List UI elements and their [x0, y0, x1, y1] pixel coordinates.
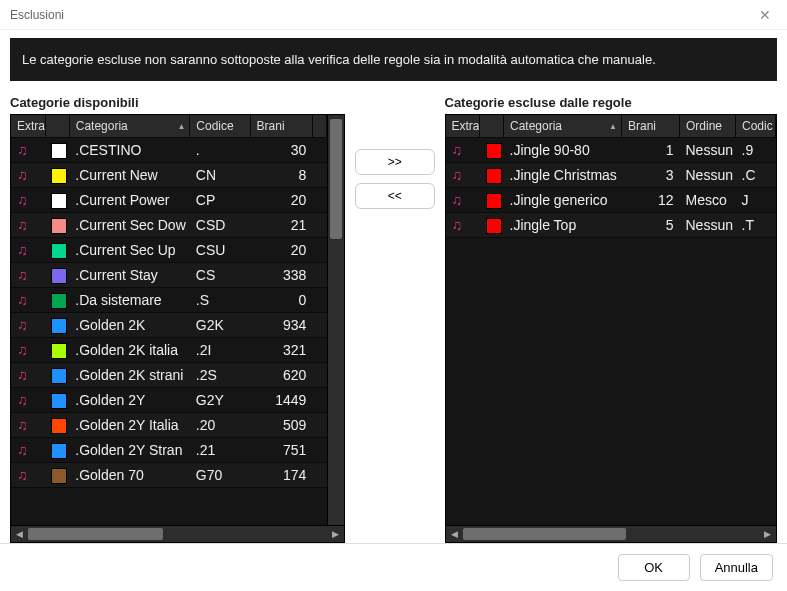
- cell-codice: .20: [190, 413, 250, 438]
- color-swatch: [45, 163, 69, 188]
- table-row[interactable]: ♫.Golden 70G70174: [11, 463, 327, 488]
- cell-categoria: .Golden 2K strani: [69, 363, 190, 388]
- col-color[interactable]: [480, 115, 504, 138]
- table-row[interactable]: ♫.Golden 2YG2Y1449: [11, 388, 327, 413]
- horizontal-scrollbar[interactable]: ◀ ▶: [11, 525, 344, 542]
- music-icon: ♫: [11, 213, 45, 238]
- table-row[interactable]: ♫.Jingle Top5Nessun.T: [446, 213, 776, 238]
- color-swatch: [45, 388, 69, 413]
- color-swatch: [45, 363, 69, 388]
- cell-ordine: Nessun: [680, 213, 736, 238]
- cell-ordine: Nessun: [680, 138, 736, 163]
- table-row[interactable]: ♫.Golden 2Y Stran.21751: [11, 438, 327, 463]
- info-banner: Le categorie escluse non saranno sottopo…: [10, 38, 777, 81]
- table-row[interactable]: ♫.Jingle generico12MescoJ: [446, 188, 776, 213]
- music-icon: ♫: [11, 338, 45, 363]
- cell-brani: 3: [622, 163, 680, 188]
- music-icon: ♫: [11, 438, 45, 463]
- scroll-right-icon[interactable]: ▶: [327, 526, 344, 542]
- color-swatch: [480, 188, 504, 213]
- ok-button[interactable]: OK: [618, 554, 690, 581]
- table-row[interactable]: ♫.Golden 2K strani.2S620: [11, 363, 327, 388]
- cell-brani: 0: [250, 288, 312, 313]
- cell-codice: G2K: [190, 313, 250, 338]
- cell-codice: .S: [190, 288, 250, 313]
- cell-extra: [312, 463, 326, 488]
- dialog-footer: OK Annulla: [0, 543, 787, 591]
- available-categories-panel: Categorie disponibili Extra: [10, 89, 345, 543]
- col-extra[interactable]: Extra: [11, 115, 45, 138]
- vertical-scrollbar[interactable]: [327, 115, 344, 525]
- close-icon[interactable]: ✕: [753, 5, 777, 25]
- cell-brani: 509: [250, 413, 312, 438]
- cell-brani: 174: [250, 463, 312, 488]
- music-icon: ♫: [446, 188, 480, 213]
- cell-categoria: .Golden 70: [69, 463, 190, 488]
- table-row[interactable]: ♫.Golden 2KG2K934: [11, 313, 327, 338]
- cell-extra: [312, 388, 326, 413]
- cell-categoria: .Jingle 90-80: [504, 138, 622, 163]
- cell-categoria: .Current Stay: [69, 263, 190, 288]
- col-extra2[interactable]: [312, 115, 326, 138]
- table-row[interactable]: ♫.Golden 2Y Italia.20509: [11, 413, 327, 438]
- cell-categoria: .Golden 2Y: [69, 388, 190, 413]
- horizontal-scrollbar[interactable]: ◀ ▶: [446, 525, 777, 542]
- col-codice[interactable]: Codice: [190, 115, 250, 138]
- col-extra[interactable]: Extra: [446, 115, 480, 138]
- table-row[interactable]: ♫.Current PowerCP20: [11, 188, 327, 213]
- table-row[interactable]: ♫.Current StayCS338: [11, 263, 327, 288]
- excluded-categories-panel: Categorie escluse dalle regole Extra: [445, 89, 778, 543]
- table-row[interactable]: ♫.Jingle 90-801Nessun.9: [446, 138, 776, 163]
- vertical-scrollbar-thumb[interactable]: [330, 119, 342, 239]
- cell-codice: .2I: [190, 338, 250, 363]
- move-left-button[interactable]: <<: [355, 183, 435, 209]
- color-swatch: [45, 438, 69, 463]
- music-icon: ♫: [446, 213, 480, 238]
- cell-extra: [312, 138, 326, 163]
- table-row[interactable]: ♫.Current Sec DowCSD21: [11, 213, 327, 238]
- table-row[interactable]: ♫.Da sistemare.S0: [11, 288, 327, 313]
- move-right-button[interactable]: >>: [355, 149, 435, 175]
- cell-extra: [312, 163, 326, 188]
- info-text: Le categorie escluse non saranno sottopo…: [22, 52, 656, 67]
- excluded-header-row[interactable]: Extra Categoria▲ Brani Ordine Codic: [446, 115, 776, 138]
- available-grid[interactable]: Extra Categoria▲ Codice Brani ♫.CESTINO.…: [10, 114, 345, 543]
- music-icon: ♫: [11, 263, 45, 288]
- col-brani[interactable]: Brani: [250, 115, 312, 138]
- cell-brani: 5: [622, 213, 680, 238]
- available-title: Categorie disponibili: [10, 89, 345, 114]
- music-icon: ♫: [11, 238, 45, 263]
- horizontal-scrollbar-thumb[interactable]: [28, 528, 163, 540]
- col-categoria[interactable]: Categoria▲: [504, 115, 622, 138]
- cell-brani: 1: [622, 138, 680, 163]
- table-row[interactable]: ♫.CESTINO.30: [11, 138, 327, 163]
- scroll-right-icon[interactable]: ▶: [759, 526, 776, 542]
- col-brani[interactable]: Brani: [622, 115, 680, 138]
- music-icon: ♫: [11, 313, 45, 338]
- cell-categoria: .Golden 2Y Italia: [69, 413, 190, 438]
- cell-brani: 1449: [250, 388, 312, 413]
- col-color[interactable]: [45, 115, 69, 138]
- cell-extra: [312, 213, 326, 238]
- cell-ordine: Nessun: [680, 163, 736, 188]
- window-title: Esclusioni: [10, 8, 64, 22]
- sort-asc-icon: ▲: [177, 122, 185, 131]
- music-icon: ♫: [11, 363, 45, 388]
- excluded-grid[interactable]: Extra Categoria▲ Brani Ordine Codic ♫.Ji…: [445, 114, 778, 543]
- col-ordine[interactable]: Ordine: [680, 115, 736, 138]
- horizontal-scrollbar-thumb[interactable]: [463, 528, 626, 540]
- table-row[interactable]: ♫.Golden 2K italia.2I321: [11, 338, 327, 363]
- table-row[interactable]: ♫.Jingle Christmas3Nessun.C: [446, 163, 776, 188]
- cancel-button[interactable]: Annulla: [700, 554, 773, 581]
- col-codice[interactable]: Codic: [736, 115, 776, 138]
- scroll-left-icon[interactable]: ◀: [446, 526, 463, 542]
- cell-brani: 934: [250, 313, 312, 338]
- cell-codice: G2Y: [190, 388, 250, 413]
- col-categoria[interactable]: Categoria▲: [69, 115, 190, 138]
- scroll-left-icon[interactable]: ◀: [11, 526, 28, 542]
- available-header-row[interactable]: Extra Categoria▲ Codice Brani: [11, 115, 327, 138]
- table-row[interactable]: ♫.Current Sec UpCSU20: [11, 238, 327, 263]
- table-row[interactable]: ♫.Current NewCN8: [11, 163, 327, 188]
- color-swatch: [45, 338, 69, 363]
- cell-brani: 20: [250, 238, 312, 263]
